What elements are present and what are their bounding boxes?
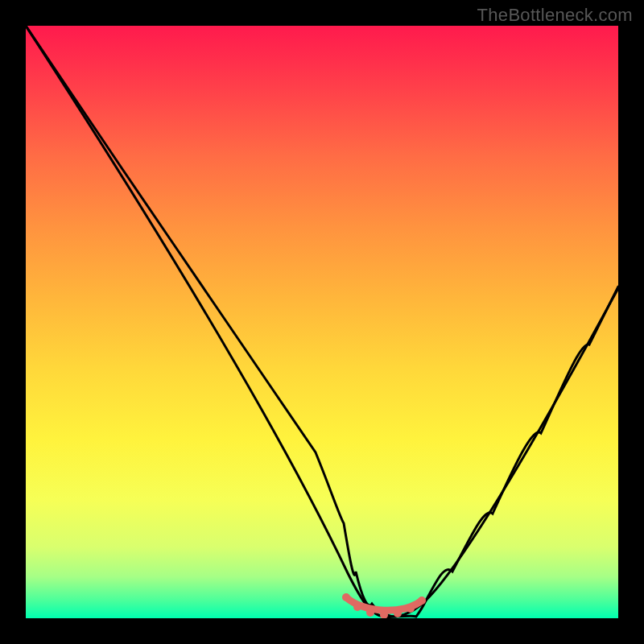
svg-point-6 (418, 597, 426, 605)
curve-main (26, 26, 618, 617)
bottleneck-curve (26, 26, 618, 618)
bottom-highlight-dots (342, 593, 426, 618)
curve-main-smooth (26, 26, 618, 617)
svg-point-5 (407, 605, 415, 613)
watermark-text: TheBottleneck.com (477, 5, 633, 26)
svg-point-4 (394, 609, 402, 617)
chart-frame: TheBottleneck.com (0, 0, 644, 644)
plot-area (26, 26, 618, 618)
svg-point-1 (353, 603, 361, 611)
svg-point-0 (342, 593, 350, 601)
svg-point-2 (366, 609, 374, 617)
